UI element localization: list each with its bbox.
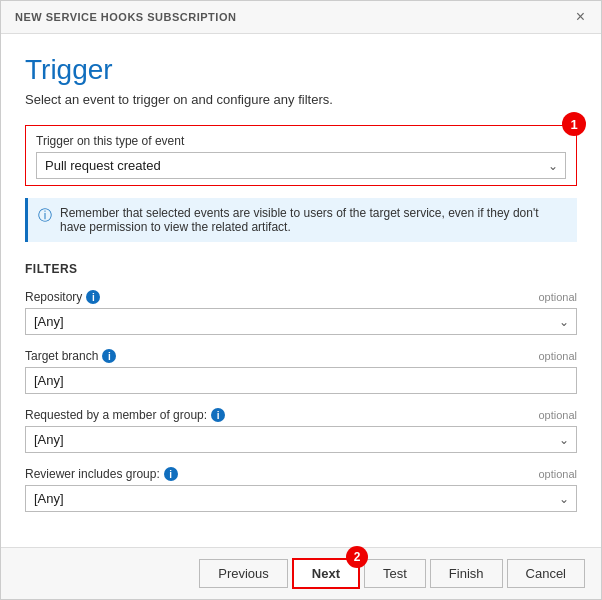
target-branch-filter-row: Target branch i optional (25, 349, 577, 394)
close-button[interactable]: × (574, 9, 587, 25)
requested-by-select-wrapper: [Any] ⌄ (25, 426, 577, 453)
requested-by-filter-row: Requested by a member of group: i option… (25, 408, 577, 453)
trigger-select-wrapper: Pull request created ⌄ (36, 152, 566, 179)
previous-button[interactable]: Previous (199, 559, 288, 588)
step-1-badge: 1 (562, 112, 586, 136)
repository-label: Repository i (25, 290, 100, 304)
repository-select-wrapper: [Any] ⌄ (25, 308, 577, 335)
requested-by-select[interactable]: [Any] (25, 426, 577, 453)
trigger-event-select[interactable]: Pull request created (36, 152, 566, 179)
reviewer-includes-info-icon[interactable]: i (164, 467, 178, 481)
reviewer-includes-filter-row: Reviewer includes group: i optional [Any… (25, 467, 577, 512)
target-branch-label: Target branch i (25, 349, 116, 363)
step-2-badge: 2 (346, 546, 368, 568)
next-button[interactable]: 2 Next (292, 558, 360, 589)
reviewer-includes-label: Reviewer includes group: i (25, 467, 178, 481)
target-branch-input[interactable] (25, 367, 577, 394)
cancel-button[interactable]: Cancel (507, 559, 585, 588)
dialog: NEW SERVICE HOOKS SUBSCRIPTION × Trigger… (0, 0, 602, 600)
reviewer-includes-select-wrapper: [Any] ⌄ (25, 485, 577, 512)
target-branch-optional: optional (538, 350, 577, 362)
dialog-header: NEW SERVICE HOOKS SUBSCRIPTION × (1, 1, 601, 34)
trigger-section: 1 Trigger on this type of event Pull req… (25, 125, 577, 186)
repository-select[interactable]: [Any] (25, 308, 577, 335)
info-box-text: Remember that selected events are visibl… (60, 206, 567, 234)
repository-optional: optional (538, 291, 577, 303)
info-icon: ⓘ (38, 207, 52, 225)
finish-button[interactable]: Finish (430, 559, 503, 588)
repository-info-icon[interactable]: i (86, 290, 100, 304)
target-branch-info-icon[interactable]: i (102, 349, 116, 363)
filters-title: FILTERS (25, 262, 577, 276)
requested-by-info-icon[interactable]: i (211, 408, 225, 422)
info-box: ⓘ Remember that selected events are visi… (25, 198, 577, 242)
page-title: Trigger (25, 54, 577, 86)
page-subtitle: Select an event to trigger on and config… (25, 92, 577, 107)
dialog-body: Trigger Select an event to trigger on an… (1, 34, 601, 547)
requested-by-label: Requested by a member of group: i (25, 408, 225, 422)
trigger-field-label: Trigger on this type of event (36, 134, 566, 148)
dialog-header-title: NEW SERVICE HOOKS SUBSCRIPTION (15, 11, 236, 23)
reviewer-includes-select[interactable]: [Any] (25, 485, 577, 512)
test-button[interactable]: Test (364, 559, 426, 588)
requested-by-optional: optional (538, 409, 577, 421)
dialog-footer: Previous 2 Next Test Finish Cancel (1, 547, 601, 599)
reviewer-includes-optional: optional (538, 468, 577, 480)
repository-filter-row: Repository i optional [Any] ⌄ (25, 290, 577, 335)
